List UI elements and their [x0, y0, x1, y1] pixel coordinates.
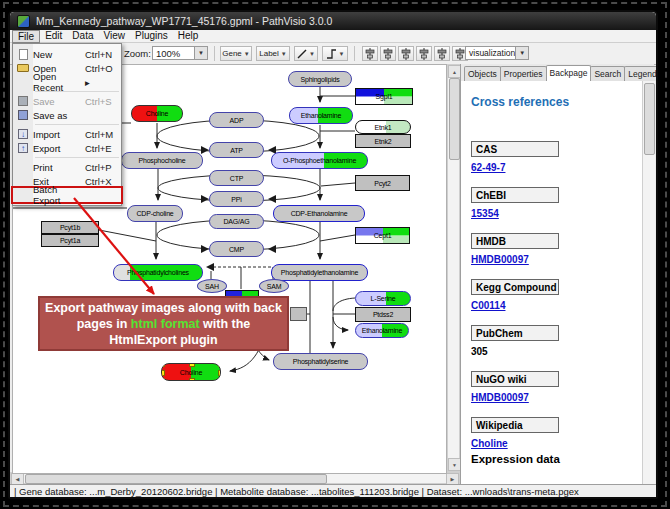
pathvisio-window: Mm_Kennedy_pathway_WP1771_45176.gpml - P… [8, 10, 658, 499]
datanode-tool-button[interactable]: Gene ▼ [220, 46, 252, 61]
pathway-node-cmp[interactable]: CMP [209, 241, 264, 257]
pathway-node-choline[interactable]: Choline [131, 105, 183, 122]
section-header: PubChem [471, 325, 559, 341]
menubar-item-edit[interactable]: Edit [40, 30, 67, 42]
pathway-node-sah[interactable]: SAH [197, 279, 227, 293]
pathway-node-pcyt1b[interactable]: Pcyt1b [41, 221, 99, 234]
zoom-combobox[interactable]: 100% ▼ [152, 46, 208, 60]
annotation-callout: Export pathway images along with back pa… [38, 296, 289, 351]
pathway-node-o-phosphoethanolamine[interactable]: O-Phosphoethanolamine [271, 152, 368, 169]
pathway-node-choline[interactable]: Choline [161, 363, 221, 381]
menu-item-shortcut: Ctrl+P [85, 162, 119, 173]
visualization-value: visualization [469, 48, 515, 58]
cross-reference-link[interactable]: 15354 [471, 208, 636, 219]
align-bottom-button[interactable] [434, 46, 450, 61]
canvas-vertical-scrollbar[interactable]: ▲ ▼ [447, 64, 460, 472]
pathway-node-pcyt2[interactable]: Pcyt2 [355, 175, 410, 191]
tab-search[interactable]: Search [590, 66, 625, 81]
tab-objects[interactable]: Objects [464, 66, 501, 81]
selection-handle[interactable] [189, 378, 195, 381]
export-icon: ↑ [13, 143, 33, 153]
tab-legend[interactable]: Legend [624, 66, 658, 81]
pathway-node-l-serine[interactable]: L-Serine [355, 291, 411, 306]
file-menu-item-export[interactable]: ↑ExportCtrl+E [13, 141, 121, 155]
zoom-label: Zoom: [124, 46, 151, 61]
node-label: CTP [230, 175, 243, 182]
chevron-down-icon[interactable]: ▼ [194, 47, 207, 59]
menubar-item-help[interactable]: Help [173, 30, 204, 42]
connector-tool-button[interactable]: ▼ [322, 46, 348, 61]
chevron-down-icon[interactable]: ▼ [515, 47, 528, 59]
pathway-node-ptdss2[interactable]: Ptdss2 [355, 307, 411, 322]
scrollbar-thumb[interactable] [644, 83, 655, 155]
pathway-node-unlabeled[interactable] [290, 307, 307, 321]
pathway-node-ctp[interactable]: CTP [209, 170, 264, 186]
label-tool-button[interactable]: Label ▼ [256, 46, 290, 61]
file-menu-item-print[interactable]: PrintCtrl+P [13, 160, 121, 174]
pathway-node-ppi[interactable]: PPi [209, 191, 264, 207]
pathway-node-sgpl1[interactable]: Sgpl1 [355, 88, 413, 105]
file-menu-item-save-as[interactable]: Save as [13, 108, 121, 122]
cross-reference-link[interactable]: HMDB00097 [471, 392, 636, 403]
selection-handle[interactable] [218, 370, 221, 376]
menubar-item-file[interactable]: File [12, 30, 40, 43]
section-header: Kegg Compound [471, 279, 559, 295]
pathway-node-adp[interactable]: ADP [209, 112, 264, 128]
selection-handle[interactable] [189, 363, 195, 367]
backpage-section-nugo-wiki: NuGO wikiHMDB00097 [471, 371, 636, 403]
section-header: CAS [471, 141, 559, 157]
cross-reference-link[interactable]: HMDB00097 [471, 254, 636, 265]
menubar-item-plugins[interactable]: Plugins [130, 30, 173, 42]
file-menu-item-import[interactable]: ↓ImportCtrl+M [13, 127, 121, 141]
pathway-node-ethanolamine[interactable]: Ethanolamine [355, 323, 409, 338]
menu-item-label: New [33, 49, 85, 60]
scrollbar-thumb[interactable] [449, 78, 460, 160]
pathway-node-sphingolipids[interactable]: Sphingolipids [288, 71, 352, 87]
selection-handle[interactable] [161, 370, 165, 376]
distribute-horizontal-button[interactable] [398, 46, 414, 61]
align-center-icon [364, 48, 376, 60]
distribute-horizontal-icon [400, 48, 412, 60]
node-label: O-Phosphoethanolamine [283, 157, 356, 164]
menubar-item-view[interactable]: View [98, 30, 130, 42]
tab-backpage[interactable]: Backpage [546, 65, 592, 81]
pathway-node-phosphatidylcholines[interactable]: Phosphatidylcholines [113, 264, 203, 281]
pathway-node-ethanolamine[interactable]: Ethanolamine [289, 107, 353, 124]
tab-properties[interactable]: Properties [500, 66, 547, 81]
cross-reference-link[interactable]: Choline [471, 438, 636, 449]
pathway-node-phosphocholine[interactable]: Phosphocholine [121, 152, 203, 169]
line-icon [297, 49, 307, 59]
pathway-node-atp[interactable]: ATP [209, 142, 264, 158]
file-menu-item-open-recent[interactable]: Open Recent▸ [13, 75, 121, 89]
distribute-vertical-button[interactable] [416, 46, 432, 61]
cross-references-heading: Cross references [471, 95, 569, 109]
menu-item-label: Batch Export [33, 184, 85, 206]
pathway-node-dag-ag[interactable]: DAG/AG [209, 214, 264, 229]
file-menu-item-new[interactable]: NewCtrl+N [13, 47, 121, 61]
pathway-node-pcyt1a[interactable]: Pcyt1a [41, 234, 99, 247]
panel-vertical-scrollbar[interactable] [642, 81, 655, 484]
pathway-node-etnk1[interactable]: Etnk1 [355, 120, 411, 134]
section-header: Wikipedia [471, 417, 559, 433]
pathway-node-phosphatidylethanolamine[interactable]: Phosphatidylethanolamine [271, 264, 368, 281]
align-center-button[interactable] [362, 46, 378, 61]
pathway-node-cept1[interactable]: Cept1 [355, 227, 410, 244]
menubar-item-data[interactable]: Data [67, 30, 98, 42]
cross-reference-link[interactable]: C00114 [471, 300, 636, 311]
pathway-node-etnk2[interactable]: Etnk2 [355, 134, 411, 148]
pathway-node-sam[interactable]: SAM [259, 279, 289, 293]
scrollbar-thumb[interactable] [25, 474, 327, 484]
file-menu-item-save[interactable]: SaveCtrl+S [13, 94, 121, 108]
save-as-disk-icon [13, 110, 33, 120]
node-label: SAH [205, 283, 219, 290]
pathway-node-phosphatidylserine[interactable]: Phosphatidylserine [273, 353, 368, 370]
title-bar[interactable]: Mm_Kennedy_pathway_WP1771_45176.gpml - P… [10, 12, 656, 30]
visualization-combobox[interactable]: visualization ▼ [465, 46, 529, 60]
pathway-node-cdp-choline[interactable]: CDP-choline [127, 205, 183, 222]
align-middle-button[interactable] [380, 46, 396, 61]
line-tool-button[interactable]: ▼ [294, 46, 318, 61]
menu-item-label: Save [33, 96, 85, 107]
cross-reference-link[interactable]: 62-49-7 [471, 162, 636, 173]
pathway-node-cdp-ethanolamine[interactable]: CDP-Ethanolamine [273, 205, 365, 222]
file-menu-item-batch-export[interactable]: Batch Export [13, 188, 121, 202]
